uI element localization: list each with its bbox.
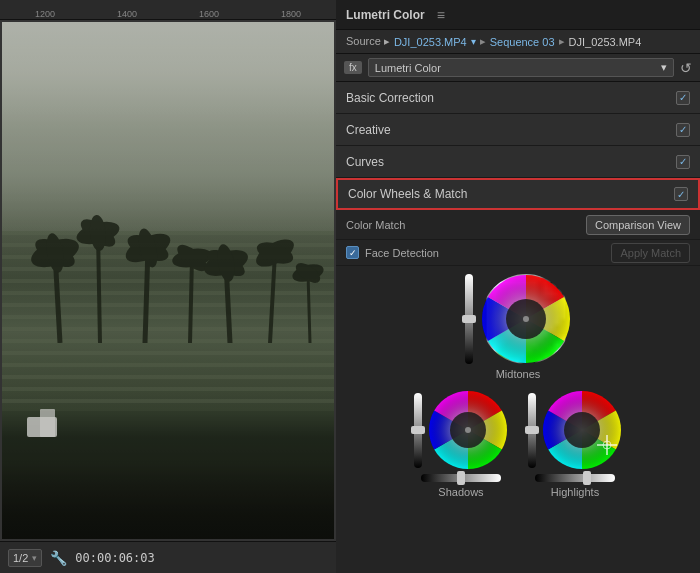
- zoom-select[interactable]: 1/2 ▾: [8, 549, 42, 567]
- shadows-v-handle[interactable]: [411, 426, 425, 434]
- highlights-slider-vertical[interactable]: [528, 393, 536, 468]
- creative-label: Creative: [346, 123, 391, 137]
- curves-checkbox[interactable]: [676, 155, 690, 169]
- building2: [40, 409, 55, 437]
- color-wheels-section[interactable]: Color Wheels & Match: [336, 178, 700, 210]
- apply-match-button[interactable]: Apply Match: [611, 243, 690, 263]
- ruler-mark-1400: 1400: [86, 9, 168, 19]
- ruler-mark-1800: 1800: [250, 9, 332, 19]
- highlights-wheel-container: Highlights: [528, 390, 622, 498]
- source-file: DJI_0253.MP4: [569, 36, 642, 48]
- bottom-wheels-row: Shadows: [336, 390, 700, 498]
- face-detection-row: Face Detection Apply Match: [336, 240, 700, 266]
- fx-dropdown-arrow: ▾: [661, 61, 667, 74]
- preview-bottom-bar: 1/2 ▾ 🔧 00:00:06:03: [0, 541, 336, 573]
- panel-header: Lumetri Color ≡: [336, 0, 700, 30]
- creative-section[interactable]: Creative: [336, 114, 700, 146]
- highlights-row: [528, 390, 622, 470]
- highlights-color-wheel[interactable]: [542, 390, 622, 470]
- shadows-slider-vertical[interactable]: [414, 393, 422, 468]
- ruler-mark-1200: 1200: [4, 9, 86, 19]
- source-separator: ▸: [480, 35, 486, 48]
- source-arrow2: ▸: [559, 35, 565, 48]
- highlights-h-handle[interactable]: [583, 471, 591, 485]
- fx-effect-dropdown[interactable]: Lumetri Color ▾: [368, 58, 674, 77]
- highlights-label: Highlights: [551, 486, 599, 498]
- timecode-display: 00:00:06:03: [75, 551, 154, 565]
- wrench-icon[interactable]: 🔧: [50, 550, 67, 566]
- shadows-slider-horizontal[interactable]: [421, 474, 501, 482]
- fx-effect-name: Lumetri Color: [375, 62, 441, 74]
- basic-correction-section[interactable]: Basic Correction: [336, 82, 700, 114]
- svg-point-18: [215, 243, 237, 283]
- color-match-row: Color Match Comparison View: [336, 210, 700, 240]
- svg-point-3: [44, 232, 67, 274]
- shadows-label: Shadows: [438, 486, 483, 498]
- shadows-color-wheel[interactable]: [428, 390, 508, 470]
- curves-label: Curves: [346, 155, 384, 169]
- basic-correction-label: Basic Correction: [346, 91, 434, 105]
- source-clip-dropdown[interactable]: ▾: [471, 36, 476, 47]
- creative-checkbox[interactable]: [676, 123, 690, 137]
- midtones-slider-vertical[interactable]: [465, 274, 473, 364]
- curves-section[interactable]: Curves: [336, 146, 700, 178]
- color-wheels-area: Midtones: [336, 266, 700, 573]
- timeline-ruler: 1200 1400 1600 1800: [0, 0, 336, 20]
- video-frame: [0, 20, 336, 541]
- source-sequence[interactable]: Sequence 03: [490, 36, 555, 48]
- fx-badge: fx: [344, 61, 362, 74]
- lumetri-color-panel: Lumetri Color ≡ Source ▸ DJI_0253.MP4 ▾ …: [336, 0, 700, 573]
- video-background: [0, 20, 336, 541]
- panel-title: Lumetri Color: [346, 8, 425, 22]
- source-label: Source ▸: [346, 35, 390, 48]
- midtones-color-wheel[interactable]: [481, 274, 571, 364]
- color-wheels-checkbox[interactable]: [674, 187, 688, 201]
- fx-reset-icon[interactable]: ↺: [680, 60, 692, 76]
- svg-line-12: [190, 258, 192, 343]
- highlights-slider-horizontal[interactable]: [535, 474, 615, 482]
- basic-correction-checkbox[interactable]: [676, 91, 690, 105]
- shadows-wheel-container: Shadows: [414, 390, 508, 498]
- color-match-label: Color Match: [346, 219, 405, 231]
- source-row: Source ▸ DJI_0253.MP4 ▾ ▸ Sequence 03 ▸ …: [336, 30, 700, 54]
- color-wheels-label: Color Wheels & Match: [348, 187, 467, 201]
- video-preview-panel: 1200 1400 1600 1800: [0, 0, 336, 573]
- shadows-h-handle[interactable]: [457, 471, 465, 485]
- svg-point-32: [465, 427, 471, 433]
- zoom-dropdown-arrow: ▾: [32, 553, 37, 563]
- svg-point-35: [564, 412, 600, 448]
- hamburger-icon[interactable]: ≡: [437, 7, 445, 23]
- ruler-mark-1600: 1600: [168, 9, 250, 19]
- face-detection-label: Face Detection: [365, 247, 439, 259]
- palm-trees-svg: [0, 203, 336, 343]
- midtones-wheel-container: Midtones: [465, 274, 571, 380]
- svg-line-22: [308, 273, 310, 343]
- face-detection-checkbox[interactable]: [346, 246, 359, 259]
- svg-line-19: [270, 253, 275, 343]
- shadows-row: [414, 390, 508, 470]
- source-clip[interactable]: DJI_0253.MP4: [394, 36, 467, 48]
- zoom-value: 1/2: [13, 552, 28, 564]
- midtones-label: Midtones: [496, 368, 541, 380]
- midtones-wheel-row: [465, 274, 571, 364]
- svg-point-28: [523, 316, 529, 322]
- midtones-slider-handle[interactable]: [462, 315, 476, 323]
- highlights-v-handle[interactable]: [525, 426, 539, 434]
- fx-row: fx Lumetri Color ▾ ↺: [336, 54, 700, 82]
- comparison-view-button[interactable]: Comparison View: [586, 215, 690, 235]
- color-match-section: Color Match Comparison View Face Detecti…: [336, 210, 700, 573]
